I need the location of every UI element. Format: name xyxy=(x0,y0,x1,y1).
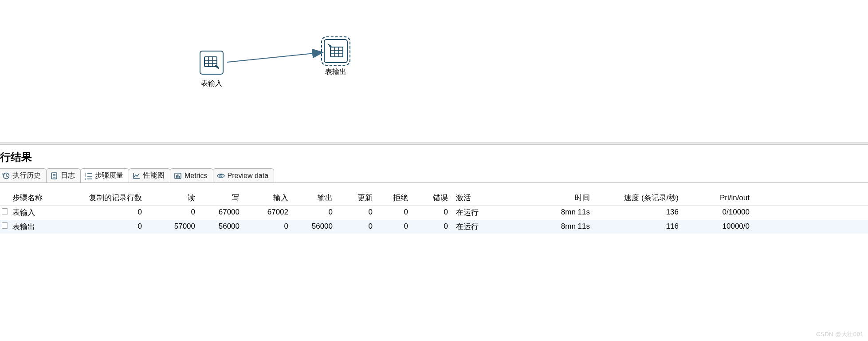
tab-history[interactable]: 执行历史 xyxy=(0,168,47,182)
cell-speed: 136 xyxy=(595,205,684,219)
table-output-icon xyxy=(324,39,348,63)
step-metrics-table: 步骤名称复制的记录行数读写输入输出更新拒绝错误激活时间速度 (条记录/秒)Pri… xyxy=(0,191,868,234)
col-read[interactable]: 读 xyxy=(147,191,200,205)
cell-rejected: 0 xyxy=(378,219,413,234)
cell-copies: 0 xyxy=(85,205,147,219)
cell-active: 在运行 xyxy=(453,205,507,219)
tab-metrics[interactable]: Metrics xyxy=(170,168,213,182)
cell-step_name: 表输出 xyxy=(10,219,85,234)
tab-preview[interactable]: Preview data xyxy=(213,168,275,182)
step-table-input[interactable]: 表输入 xyxy=(200,51,224,88)
cell-written: 67000 xyxy=(200,205,245,219)
cell-errors: 0 xyxy=(413,205,453,219)
col-pri[interactable]: Pri/in/out xyxy=(684,191,755,205)
table-input-icon xyxy=(200,51,224,75)
cell-pri: 0/10000 xyxy=(684,205,755,219)
cell-input: 67002 xyxy=(245,205,294,219)
tab-label: Preview data xyxy=(228,172,269,180)
step-label: 表输入 xyxy=(201,79,222,88)
cell-time: 8mn 11s xyxy=(507,205,595,219)
cell-updated: 0 xyxy=(338,205,378,219)
tab-label: 性能图 xyxy=(143,171,165,180)
eye-icon xyxy=(217,172,225,180)
step-table-output[interactable]: 表输出 xyxy=(324,39,348,77)
cell-output: 56000 xyxy=(294,219,338,234)
col-updated[interactable]: 更新 xyxy=(338,191,378,205)
cell-copies: 0 xyxy=(85,219,147,234)
col-output[interactable]: 输出 xyxy=(294,191,338,205)
tab-label: 日志 xyxy=(61,171,75,180)
cell-read: 0 xyxy=(147,205,200,219)
cell-read: 57000 xyxy=(147,219,200,234)
tab-step-metrics[interactable]: 123步骤度量 xyxy=(80,168,129,182)
tab-log[interactable]: 日志 xyxy=(46,168,81,182)
svg-rect-6 xyxy=(330,47,343,57)
svg-line-0 xyxy=(227,52,323,62)
svg-rect-1 xyxy=(204,57,217,67)
tab-label: Metrics xyxy=(185,172,208,180)
cell-written: 56000 xyxy=(200,219,245,234)
cell-rejected: 0 xyxy=(378,205,413,219)
watermark-text: CSDN @大壮001 xyxy=(816,330,864,338)
log-icon xyxy=(50,172,58,180)
transformation-canvas[interactable]: 表输入 表输出 xyxy=(0,0,868,142)
svg-rect-25 xyxy=(179,176,181,178)
metrics-icon xyxy=(174,172,182,180)
col-errors[interactable]: 错误 xyxy=(413,191,453,205)
col-copies[interactable]: 复制的记录行数 xyxy=(85,191,147,205)
tab-label: 步骤度量 xyxy=(95,171,123,180)
row-checkbox[interactable] xyxy=(0,205,10,219)
col-written[interactable]: 写 xyxy=(200,191,245,205)
col-speed[interactable]: 速度 (条记录/秒) xyxy=(595,191,684,205)
cell-pri: 10000/0 xyxy=(684,219,755,234)
col-step_name[interactable]: 步骤名称 xyxy=(10,191,85,205)
cell-output: 0 xyxy=(294,205,338,219)
row-checkbox[interactable] xyxy=(0,219,10,234)
list-numbered-icon: 123 xyxy=(84,172,92,180)
cell-input: 0 xyxy=(245,219,294,234)
svg-point-27 xyxy=(220,175,221,176)
tab-label: 执行历史 xyxy=(12,171,41,180)
results-panel-title: 行结果 xyxy=(0,145,868,168)
chart-line-icon xyxy=(133,172,141,180)
svg-rect-23 xyxy=(176,175,177,178)
col-time[interactable]: 时间 xyxy=(507,191,595,205)
hop-arrow[interactable] xyxy=(226,47,328,65)
cell-active: 在运行 xyxy=(453,219,507,234)
svg-rect-24 xyxy=(177,174,179,178)
step-label: 表输出 xyxy=(325,67,346,77)
history-icon xyxy=(2,172,10,180)
col-input[interactable]: 输入 xyxy=(245,191,294,205)
cell-updated: 0 xyxy=(338,219,378,234)
table-row[interactable]: 表输入0067000670020000在运行8mn 11s1360/10000 xyxy=(0,205,868,219)
cell-speed: 116 xyxy=(595,219,684,234)
cell-errors: 0 xyxy=(413,219,453,234)
svg-text:3: 3 xyxy=(85,178,86,180)
cell-time: 8mn 11s xyxy=(507,219,595,234)
col-active[interactable]: 激活 xyxy=(453,191,507,205)
cell-step_name: 表输入 xyxy=(10,205,85,219)
col-rejected[interactable]: 拒绝 xyxy=(378,191,413,205)
table-row[interactable]: 表输出05700056000056000000在运行8mn 11s1161000… xyxy=(0,219,868,234)
results-tabs: 执行历史日志123步骤度量性能图MetricsPreview data xyxy=(0,168,868,183)
select-all-header[interactable] xyxy=(0,191,10,205)
tab-perf[interactable]: 性能图 xyxy=(129,168,170,182)
